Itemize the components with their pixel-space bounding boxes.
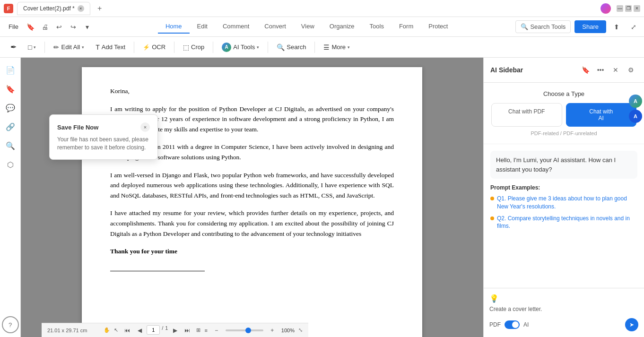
- zoom-out-button[interactable]: −: [211, 325, 222, 336]
- pdf-paragraph-3: I am well-versed in Django and Flask, tw…: [110, 170, 394, 201]
- crop-button[interactable]: ⬚ Crop: [178, 41, 209, 53]
- add-text-button[interactable]: T Add Text: [91, 41, 130, 53]
- zoom-in-button[interactable]: +: [267, 325, 278, 336]
- tab-protect[interactable]: Protect: [421, 20, 455, 34]
- ai-bulb-icon: 💡: [489, 294, 638, 303]
- view-mode-icon[interactable]: ⊞: [196, 327, 200, 333]
- tab-edit[interactable]: Edit: [190, 20, 215, 34]
- save-popup-close-button[interactable]: ×: [140, 122, 150, 132]
- tab-view[interactable]: View: [294, 20, 322, 34]
- titlebar-controls: — ❐ ×: [600, 3, 640, 14]
- menubar: File 🔖 🖨 ↩ ↪ ▾ Home Edit Comment Convert…: [0, 17, 644, 37]
- prompt-item-1[interactable]: Q1. Please give me 3 ideas about how to …: [490, 195, 637, 211]
- save-popup-message: Your file has not been saved, please rem…: [57, 136, 150, 152]
- window-close-button[interactable]: ×: [634, 5, 640, 12]
- expand-icon[interactable]: ⤢: [627, 20, 640, 34]
- highlight-icon: ✒: [10, 43, 17, 52]
- bottom-bar: 21.01 x 29.71 cm ✋ ↖ ⏮ ◀ / 1 ▶ ⏭ ⊞ ≡ −: [42, 323, 308, 337]
- ocr-button[interactable]: ⚡ OCR: [138, 41, 170, 53]
- tab-convert[interactable]: Convert: [257, 20, 294, 34]
- send-button[interactable]: ➤: [625, 318, 638, 331]
- sidebar-icon-links[interactable]: 🔗: [2, 118, 19, 135]
- tab-tools[interactable]: Tools: [362, 20, 392, 34]
- hand-tool-icon[interactable]: ✋: [104, 327, 110, 333]
- scroll-mode-icon[interactable]: ≡: [204, 328, 207, 333]
- dropdown-icon[interactable]: ▾: [81, 20, 94, 34]
- ai-settings-icon[interactable]: ⚙: [624, 63, 637, 77]
- toggle-thumb: [512, 321, 519, 328]
- pdf-page: Korina, I am writing to apply for the po…: [82, 67, 422, 337]
- fullscreen-icon[interactable]: ⤡: [298, 327, 303, 333]
- toolbar-separator-1: [44, 42, 45, 53]
- chat-pdf-label: Chat with PDF: [508, 108, 545, 115]
- pdf-paragraph-4: I have attached my resume for your revie…: [110, 208, 394, 239]
- redo-icon[interactable]: ↪: [67, 20, 80, 34]
- help-icon[interactable]: ?: [2, 316, 19, 333]
- ai-sidebar-title: AI Sidebar: [490, 66, 579, 74]
- chat-with-pdf-button[interactable]: Chat with PDF: [491, 103, 562, 127]
- ai-close-icon[interactable]: ✕: [609, 63, 622, 77]
- active-tab[interactable]: Cover Letter(2).pdf * ×: [17, 2, 90, 15]
- sidebar-icon-bookmarks[interactable]: 🔖: [2, 80, 19, 97]
- ai-pdf-toggle-label: PDF: [489, 321, 501, 328]
- next-page-button[interactable]: ▶: [170, 325, 180, 336]
- page-number-input[interactable]: [147, 325, 160, 335]
- edit-icon: ✏: [53, 43, 59, 51]
- search-tools-button[interactable]: 🔍 Search Tools: [515, 20, 571, 33]
- cursor-tool-icon[interactable]: ↖: [114, 327, 118, 333]
- tab-close-button[interactable]: ×: [78, 5, 84, 12]
- prev-page-button[interactable]: ◀: [134, 325, 145, 336]
- crop-label: Crop: [191, 43, 204, 51]
- sidebar-icon-layers[interactable]: ⬡: [2, 156, 19, 173]
- ai-tools-button[interactable]: A AI Tools ▾: [217, 40, 264, 54]
- chat-ai-label: Chat withAI: [589, 108, 613, 121]
- tab-home[interactable]: Home: [158, 20, 190, 34]
- ai-tools-icon: A: [222, 43, 231, 52]
- zoom-slider[interactable]: [226, 329, 263, 331]
- sidebar-icon-comments[interactable]: 💬: [2, 99, 19, 116]
- save-file-popup: Save File Now × Your file has not been s…: [49, 114, 158, 160]
- ai-tools-label: AI Tools: [233, 43, 255, 51]
- undo-icon[interactable]: ↩: [52, 20, 66, 34]
- ai-input-area: 💡 Create a cover letter. PDF AI ➤: [484, 288, 644, 337]
- highlight-button[interactable]: ✒: [6, 40, 21, 54]
- share-button[interactable]: Share: [574, 20, 606, 33]
- file-menu[interactable]: File: [4, 21, 23, 32]
- search-button[interactable]: 🔍 Search: [272, 41, 311, 53]
- user-avatar[interactable]: [600, 3, 611, 14]
- shape-button[interactable]: □ ▾: [23, 41, 41, 53]
- ai-pdf-toggle[interactable]: [505, 320, 520, 329]
- window-restore-button[interactable]: ❐: [625, 5, 632, 12]
- ai-bookmark-icon[interactable]: 🔖: [579, 63, 592, 77]
- tab-organize[interactable]: Organize: [322, 20, 362, 34]
- right-ai-avatars: A A: [629, 95, 642, 123]
- zoom-thumb[interactable]: [245, 328, 251, 333]
- more-button[interactable]: ☰ More ▾: [319, 41, 355, 53]
- type-subtitle: PDF-related / PDF-unrelated: [491, 130, 636, 136]
- sidebar-icon-search[interactable]: 🔍: [2, 137, 19, 154]
- window-controls: — ❐ ×: [617, 5, 640, 12]
- more-dropdown-arrow: ▾: [348, 45, 350, 50]
- sidebar-icon-pages[interactable]: 📄: [2, 61, 19, 78]
- window-minimize-button[interactable]: —: [617, 5, 623, 12]
- more-label: More: [331, 43, 346, 51]
- edit-all-button[interactable]: ✏ Edit All ▾: [49, 41, 89, 53]
- tab-comment[interactable]: Comment: [215, 20, 257, 34]
- new-tab-button[interactable]: +: [94, 3, 105, 14]
- chat-with-ai-button[interactable]: Chat withAI: [566, 103, 637, 127]
- ai-more-icon[interactable]: •••: [594, 63, 607, 77]
- bookmark-icon[interactable]: 🔖: [24, 20, 37, 34]
- upload-icon[interactable]: ⬆: [610, 20, 623, 34]
- ai-tools-dropdown-arrow: ▾: [257, 45, 259, 50]
- choose-type-section: Choose a Type Chat with PDF Chat withAI …: [484, 83, 644, 144]
- page-separator: /: [162, 325, 163, 336]
- prompt-item-2[interactable]: Q2. Compare storytelling techniques in n…: [490, 215, 637, 231]
- last-page-button[interactable]: ⏭: [182, 325, 192, 336]
- prompt-text-2: Q2. Compare storytelling techniques in n…: [497, 215, 637, 231]
- search-icon: 🔍: [521, 23, 528, 30]
- tab-form[interactable]: Form: [392, 20, 421, 34]
- first-page-button[interactable]: ⏮: [122, 325, 132, 336]
- pdf-content: Korina, I am writing to apply for the po…: [110, 86, 394, 271]
- search-tool-label: Search: [287, 43, 306, 51]
- print-icon[interactable]: 🖨: [38, 20, 52, 34]
